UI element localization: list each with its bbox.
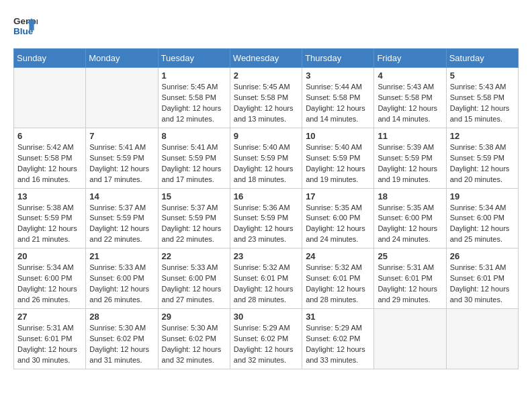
- weekday-header: Friday: [374, 49, 446, 68]
- calendar-cell: 26Sunrise: 5:31 AM Sunset: 6:01 PM Dayli…: [446, 248, 518, 309]
- day-info: Sunrise: 5:38 AM Sunset: 5:59 PM Dayligh…: [450, 142, 515, 185]
- calendar-week-row: 20Sunrise: 5:34 AM Sunset: 6:00 PM Dayli…: [14, 248, 519, 309]
- weekday-header: Monday: [86, 49, 158, 68]
- day-number: 27: [17, 312, 82, 322]
- calendar-cell: 1Sunrise: 5:45 AM Sunset: 5:58 PM Daylig…: [158, 68, 230, 128]
- day-info: Sunrise: 5:40 AM Sunset: 5:59 PM Dayligh…: [234, 142, 298, 185]
- day-info: Sunrise: 5:33 AM Sunset: 6:00 PM Dayligh…: [162, 263, 226, 306]
- day-number: 17: [306, 191, 370, 201]
- day-number: 16: [234, 191, 298, 201]
- calendar-cell: 27Sunrise: 5:31 AM Sunset: 6:01 PM Dayli…: [14, 309, 86, 369]
- day-info: Sunrise: 5:36 AM Sunset: 5:59 PM Dayligh…: [234, 203, 298, 246]
- calendar-cell: 21Sunrise: 5:33 AM Sunset: 6:00 PM Dayli…: [86, 248, 158, 309]
- calendar-cell: 25Sunrise: 5:31 AM Sunset: 6:01 PM Dayli…: [374, 248, 446, 309]
- day-number: 29: [162, 312, 226, 322]
- calendar-cell: 24Sunrise: 5:32 AM Sunset: 6:01 PM Dayli…: [302, 248, 374, 309]
- calendar-cell: 17Sunrise: 5:35 AM Sunset: 6:00 PM Dayli…: [302, 188, 374, 248]
- calendar-cell: 10Sunrise: 5:40 AM Sunset: 5:59 PM Dayli…: [302, 128, 374, 188]
- day-number: 8: [162, 131, 226, 141]
- day-number: 5: [450, 71, 515, 81]
- calendar-cell: 29Sunrise: 5:30 AM Sunset: 6:02 PM Dayli…: [158, 309, 230, 369]
- calendar-cell: [446, 309, 518, 369]
- weekday-header: Saturday: [446, 49, 518, 68]
- calendar-cell: 4Sunrise: 5:43 AM Sunset: 5:58 PM Daylig…: [374, 68, 446, 128]
- calendar-cell: 15Sunrise: 5:37 AM Sunset: 5:59 PM Dayli…: [158, 188, 230, 248]
- day-info: Sunrise: 5:44 AM Sunset: 5:58 PM Dayligh…: [306, 82, 370, 125]
- day-info: Sunrise: 5:43 AM Sunset: 5:58 PM Dayligh…: [378, 82, 442, 125]
- calendar-cell: 31Sunrise: 5:29 AM Sunset: 6:02 PM Dayli…: [302, 309, 374, 369]
- day-number: 6: [17, 131, 82, 141]
- calendar-cell: 13Sunrise: 5:38 AM Sunset: 5:59 PM Dayli…: [14, 188, 86, 248]
- calendar-header-row: SundayMondayTuesdayWednesdayThursdayFrid…: [14, 49, 519, 68]
- day-number: 31: [306, 312, 370, 322]
- logo-icon: General Blue: [13, 13, 38, 38]
- day-info: Sunrise: 5:31 AM Sunset: 6:01 PM Dayligh…: [450, 263, 515, 306]
- day-info: Sunrise: 5:31 AM Sunset: 6:01 PM Dayligh…: [378, 263, 442, 306]
- page-header: General Blue: [13, 13, 519, 38]
- day-info: Sunrise: 5:45 AM Sunset: 5:58 PM Dayligh…: [162, 82, 226, 125]
- calendar-cell: 22Sunrise: 5:33 AM Sunset: 6:00 PM Dayli…: [158, 248, 230, 309]
- calendar-cell: 14Sunrise: 5:37 AM Sunset: 5:59 PM Dayli…: [86, 188, 158, 248]
- day-info: Sunrise: 5:43 AM Sunset: 5:58 PM Dayligh…: [450, 82, 515, 125]
- day-info: Sunrise: 5:42 AM Sunset: 5:58 PM Dayligh…: [17, 142, 82, 185]
- day-number: 19: [450, 191, 515, 201]
- calendar-week-row: 6Sunrise: 5:42 AM Sunset: 5:58 PM Daylig…: [14, 128, 519, 188]
- calendar-cell: 28Sunrise: 5:30 AM Sunset: 6:02 PM Dayli…: [86, 309, 158, 369]
- calendar-cell: 18Sunrise: 5:35 AM Sunset: 6:00 PM Dayli…: [374, 188, 446, 248]
- calendar-cell: 8Sunrise: 5:41 AM Sunset: 5:59 PM Daylig…: [158, 128, 230, 188]
- calendar-cell: 3Sunrise: 5:44 AM Sunset: 5:58 PM Daylig…: [302, 68, 374, 128]
- day-info: Sunrise: 5:29 AM Sunset: 6:02 PM Dayligh…: [306, 323, 370, 366]
- day-number: 13: [17, 191, 82, 201]
- day-info: Sunrise: 5:41 AM Sunset: 5:59 PM Dayligh…: [162, 142, 226, 185]
- day-info: Sunrise: 5:37 AM Sunset: 5:59 PM Dayligh…: [89, 203, 154, 246]
- day-number: 2: [234, 71, 298, 81]
- day-number: 20: [17, 251, 82, 261]
- day-number: 10: [306, 131, 370, 141]
- day-info: Sunrise: 5:34 AM Sunset: 6:00 PM Dayligh…: [17, 263, 82, 306]
- calendar-cell: 16Sunrise: 5:36 AM Sunset: 5:59 PM Dayli…: [230, 188, 302, 248]
- day-info: Sunrise: 5:29 AM Sunset: 6:02 PM Dayligh…: [234, 323, 298, 366]
- weekday-header: Tuesday: [158, 49, 230, 68]
- calendar-table: SundayMondayTuesdayWednesdayThursdayFrid…: [13, 48, 519, 369]
- weekday-header: Wednesday: [230, 49, 302, 68]
- calendar-cell: [374, 309, 446, 369]
- day-number: 22: [162, 251, 226, 261]
- day-info: Sunrise: 5:35 AM Sunset: 6:00 PM Dayligh…: [378, 203, 442, 246]
- day-info: Sunrise: 5:30 AM Sunset: 6:02 PM Dayligh…: [89, 323, 154, 366]
- day-number: 28: [89, 312, 154, 322]
- day-number: 25: [378, 251, 442, 261]
- calendar-cell: 23Sunrise: 5:32 AM Sunset: 6:01 PM Dayli…: [230, 248, 302, 309]
- day-number: 4: [378, 71, 442, 81]
- day-info: Sunrise: 5:35 AM Sunset: 6:00 PM Dayligh…: [306, 203, 370, 246]
- day-number: 11: [378, 131, 442, 141]
- calendar-cell: 20Sunrise: 5:34 AM Sunset: 6:00 PM Dayli…: [14, 248, 86, 309]
- day-info: Sunrise: 5:34 AM Sunset: 6:00 PM Dayligh…: [450, 203, 515, 246]
- day-info: Sunrise: 5:33 AM Sunset: 6:00 PM Dayligh…: [89, 263, 154, 306]
- logo: General Blue: [13, 13, 38, 38]
- calendar-cell: 7Sunrise: 5:41 AM Sunset: 5:59 PM Daylig…: [86, 128, 158, 188]
- day-number: 24: [306, 251, 370, 261]
- calendar-week-row: 27Sunrise: 5:31 AM Sunset: 6:01 PM Dayli…: [14, 309, 519, 369]
- day-info: Sunrise: 5:31 AM Sunset: 6:01 PM Dayligh…: [17, 323, 82, 366]
- day-info: Sunrise: 5:41 AM Sunset: 5:59 PM Dayligh…: [89, 142, 154, 185]
- calendar-cell: [86, 68, 158, 128]
- calendar-week-row: 1Sunrise: 5:45 AM Sunset: 5:58 PM Daylig…: [14, 68, 519, 128]
- day-info: Sunrise: 5:30 AM Sunset: 6:02 PM Dayligh…: [162, 323, 226, 366]
- day-info: Sunrise: 5:37 AM Sunset: 5:59 PM Dayligh…: [162, 203, 226, 246]
- day-number: 9: [234, 131, 298, 141]
- calendar-cell: 5Sunrise: 5:43 AM Sunset: 5:58 PM Daylig…: [446, 68, 518, 128]
- day-info: Sunrise: 5:45 AM Sunset: 5:58 PM Dayligh…: [234, 82, 298, 125]
- weekday-header: Thursday: [302, 49, 374, 68]
- day-number: 15: [162, 191, 226, 201]
- calendar-cell: 12Sunrise: 5:38 AM Sunset: 5:59 PM Dayli…: [446, 128, 518, 188]
- calendar-cell: [14, 68, 86, 128]
- weekday-header: Sunday: [14, 49, 86, 68]
- day-info: Sunrise: 5:38 AM Sunset: 5:59 PM Dayligh…: [17, 203, 82, 246]
- day-number: 12: [450, 131, 515, 141]
- day-number: 18: [378, 191, 442, 201]
- calendar-cell: 6Sunrise: 5:42 AM Sunset: 5:58 PM Daylig…: [14, 128, 86, 188]
- day-info: Sunrise: 5:39 AM Sunset: 5:59 PM Dayligh…: [378, 142, 442, 185]
- day-number: 26: [450, 251, 515, 261]
- calendar-week-row: 13Sunrise: 5:38 AM Sunset: 5:59 PM Dayli…: [14, 188, 519, 248]
- calendar-cell: 9Sunrise: 5:40 AM Sunset: 5:59 PM Daylig…: [230, 128, 302, 188]
